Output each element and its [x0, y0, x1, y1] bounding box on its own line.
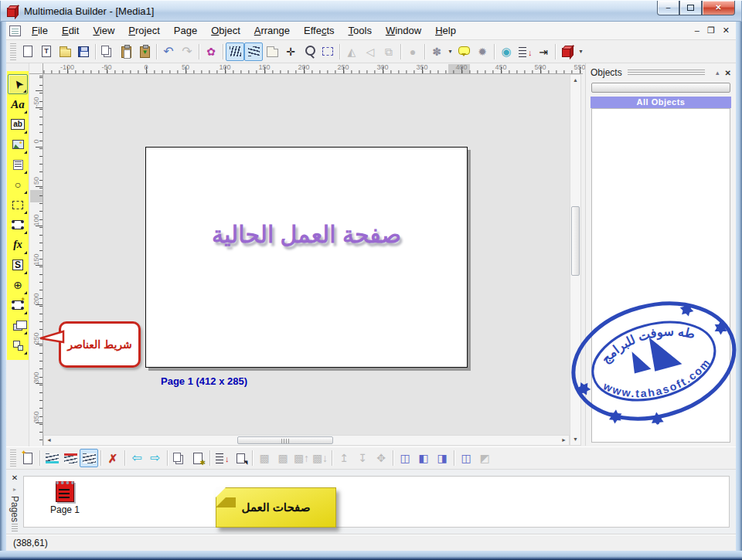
scroll-down-icon[interactable]: ▼ — [570, 435, 580, 444]
script-editor-button[interactable] — [516, 42, 534, 61]
mdi-minimize-button[interactable]: – — [695, 25, 699, 36]
scroll-right-icon[interactable]: ► — [559, 436, 569, 445]
page-sorter-view-button[interactable] — [80, 449, 98, 467]
save-project-button[interactable] — [74, 42, 93, 61]
selection-mode-button[interactable] — [318, 42, 337, 61]
maximize-button[interactable] — [679, 1, 702, 15]
pages-panel-grip[interactable] — [12, 524, 18, 531]
mdi-restore-button[interactable]: ❐ — [707, 25, 715, 36]
view-page-list-button[interactable] — [226, 42, 244, 61]
hotspot-tool-button[interactable] — [8, 195, 28, 215]
toolbar-grip[interactable] — [10, 450, 16, 467]
align-edges-button[interactable]: ◨ — [433, 449, 451, 467]
text-tool-button[interactable]: Aa — [8, 94, 28, 114]
redo-button[interactable]: ↷ — [178, 42, 196, 61]
canvas[interactable]: صفحة العمل الحالية Page 1 (412 x 285) — [43, 74, 570, 435]
bring-to-front-button[interactable]: ▩ — [274, 449, 292, 467]
scroll-left-icon[interactable]: ◄ — [44, 436, 54, 445]
menu-view[interactable]: View — [86, 22, 121, 39]
image-tool-button[interactable] — [8, 134, 28, 154]
dropdown-arrow-icon[interactable]: ▾ — [446, 48, 454, 55]
pages-arrow-icon[interactable]: ▸ — [13, 486, 16, 493]
speech-bubble-button[interactable] — [454, 42, 473, 61]
page-properties-button[interactable] — [189, 449, 207, 467]
mdi-document-icon[interactable] — [9, 25, 21, 36]
objects-list[interactable] — [591, 108, 730, 443]
menu-arrange[interactable]: Arrange — [247, 22, 297, 39]
view-folder-button[interactable] — [263, 42, 281, 61]
objects-panel-header[interactable]: Objects ▴ ✕ — [591, 66, 731, 80]
horizontal-scrollbar[interactable]: ◄ ► — [43, 435, 570, 446]
paste-special-button[interactable] — [135, 42, 154, 61]
run-project-button[interactable]: ⇥ — [534, 42, 553, 61]
flip-horizontal-button[interactable]: ◭ — [342, 42, 361, 61]
horizontal-scroll-thumb[interactable] — [237, 436, 333, 444]
close-button[interactable]: ✕ — [702, 1, 735, 15]
page-text-object[interactable]: صفحة العمل الحالية — [146, 221, 467, 248]
resize-button[interactable]: ⧉ — [380, 42, 398, 61]
menu-page[interactable]: Page — [167, 22, 204, 39]
add-page-button[interactable] — [19, 449, 37, 467]
toolbar-grip[interactable] — [10, 43, 16, 60]
ellipse-tool-button[interactable]: ○ — [8, 175, 28, 195]
pages-close-icon[interactable]: ✕ — [12, 473, 18, 482]
menu-project[interactable]: Project — [121, 22, 166, 39]
pages-list[interactable]: صفحات العمل Page 1 — [23, 476, 730, 528]
menu-tools[interactable]: Tools — [342, 22, 379, 39]
objects-filter-combo[interactable] — [591, 83, 730, 93]
magic-wand-button[interactable]: ✽ — [427, 42, 446, 61]
compile-button[interactable] — [558, 42, 577, 61]
new-project-button[interactable] — [19, 42, 37, 61]
master-page-view-button[interactable] — [61, 449, 80, 467]
button-tool-button[interactable]: S — [8, 255, 28, 275]
minimize-button[interactable]: – — [657, 1, 679, 15]
label-tool-button[interactable]: ab — [8, 114, 28, 134]
panel-grip[interactable] — [628, 70, 705, 76]
distribute-horizontal-button[interactable]: ◫ — [396, 449, 414, 467]
scroll-up-icon[interactable]: ▲ — [570, 76, 580, 85]
page-list-view-button[interactable] — [43, 449, 61, 467]
align-top-button[interactable]: ↧ — [353, 449, 372, 467]
distribute-vertical-button[interactable]: ◧ — [414, 449, 433, 467]
move-forward-button[interactable]: ▩↑ — [292, 449, 311, 467]
move-backward-button[interactable]: ▩↓ — [311, 449, 329, 467]
sparkle-effects-button[interactable]: ✹ — [473, 42, 492, 61]
page-export-button[interactable] — [231, 449, 250, 467]
web-object-tool-button[interactable]: ⊕ — [8, 275, 28, 295]
open-project-button[interactable] — [56, 42, 74, 61]
dropdown-arrow-icon[interactable]: ▾ — [577, 48, 585, 55]
page-thumbnail-item[interactable]: Page 1 — [38, 481, 92, 515]
project-settings-button[interactable]: ✿ — [202, 42, 220, 61]
page-script-button[interactable] — [213, 449, 231, 467]
menu-edit[interactable]: Edit — [55, 22, 86, 39]
copy-button[interactable] — [98, 42, 117, 61]
embedded-object-tool-button[interactable] — [8, 335, 28, 355]
send-to-back-button[interactable]: ▩ — [255, 449, 274, 467]
paragraph-tool-button[interactable] — [8, 154, 28, 175]
rotate-button[interactable]: ◁ — [361, 42, 380, 61]
remove-space-button[interactable]: ◩ — [475, 449, 494, 467]
panel-close-icon[interactable]: ✕ — [725, 69, 731, 77]
menu-help[interactable]: Help — [428, 22, 463, 39]
animation-tool-button[interactable] — [8, 295, 28, 315]
script-tool-button[interactable]: fx — [8, 235, 28, 255]
copy-page-button[interactable] — [170, 449, 189, 467]
preview-cd-button[interactable]: ◉ — [497, 42, 516, 61]
pointer-tool-button[interactable]: ➤ — [8, 74, 28, 94]
pan-tool-button[interactable]: ✛ — [281, 42, 300, 61]
new-text-object-button[interactable] — [37, 42, 56, 61]
next-page-button[interactable]: ⇨ — [146, 449, 165, 467]
align-left-button[interactable]: ↥ — [335, 449, 353, 467]
record-button[interactable]: ● — [403, 42, 422, 61]
titlebar[interactable]: Multimedia Builder - [Media1] – ✕ — [0, 0, 742, 22]
paste-button[interactable] — [117, 42, 135, 61]
panel-collapse-icon[interactable]: ▴ — [716, 69, 720, 76]
add-space-button[interactable]: ◫ — [457, 449, 475, 467]
previous-page-button[interactable]: ⇦ — [128, 449, 146, 467]
mdi-close-button[interactable]: ✕ — [723, 25, 730, 36]
menu-object[interactable]: Object — [204, 22, 247, 39]
align-bottom-button[interactable]: ✥ — [372, 449, 390, 467]
vertical-scroll-thumb[interactable] — [571, 206, 580, 276]
work-page[interactable]: صفحة العمل الحالية — [145, 147, 468, 368]
view-object-list-button[interactable] — [244, 42, 263, 61]
